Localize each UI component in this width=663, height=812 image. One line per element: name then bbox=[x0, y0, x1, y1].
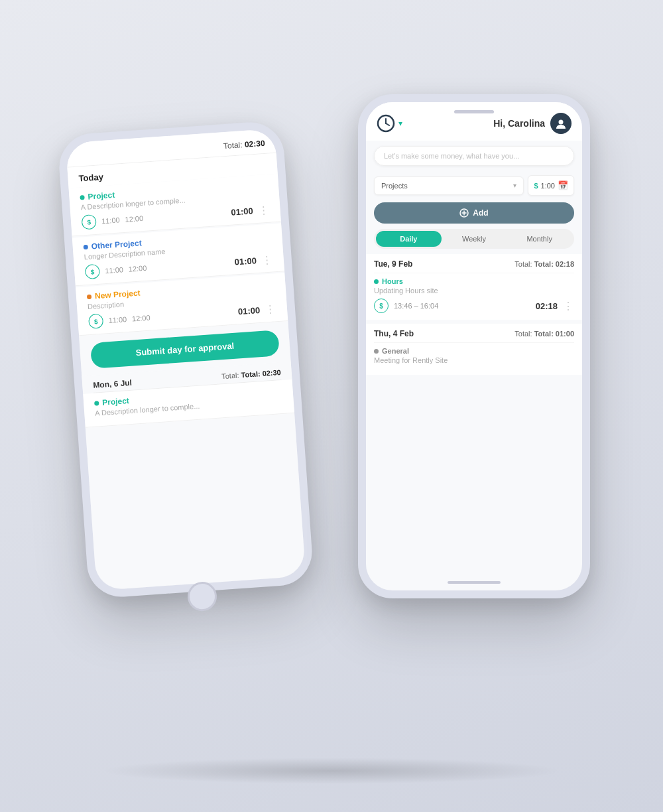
home-button[interactable] bbox=[186, 581, 217, 612]
scene: Total: 02:30 Today Project A Description… bbox=[33, 41, 630, 771]
day-section-header-1: Tue, 9 Feb Total: Total: 02:18 bbox=[374, 259, 574, 269]
search-placeholder: Let's make some money, what have you... bbox=[384, 152, 519, 160]
time-start-3: 11:00 bbox=[108, 315, 127, 324]
projects-label: Projects bbox=[381, 182, 408, 190]
left-total: Total: 02:30 bbox=[223, 139, 265, 151]
time-end-1: 12:00 bbox=[125, 214, 143, 224]
duration-1: 01:00 bbox=[231, 206, 253, 217]
dollar-icon-3: $ bbox=[88, 314, 103, 329]
clock-icon bbox=[377, 114, 395, 133]
day-date-2: Thu, 4 Feb bbox=[374, 329, 414, 338]
right-phone: ▾ Hi, Carolina Let's make some money, wh… bbox=[358, 94, 590, 598]
add-button[interactable]: Add bbox=[374, 202, 574, 224]
right-dot-green-1 bbox=[374, 279, 379, 284]
more-menu-1[interactable]: ⋮ bbox=[258, 203, 270, 216]
right-project-2: General bbox=[382, 347, 409, 355]
dollar-icon-2: $ bbox=[85, 264, 100, 279]
right-header: ▾ Hi, Carolina bbox=[366, 102, 582, 141]
dot-orange-3 bbox=[87, 294, 91, 299]
right-more-1[interactable]: ⋮ bbox=[563, 300, 574, 312]
project-name-4: Project bbox=[102, 396, 130, 407]
right-duration-1: 02:18 bbox=[536, 301, 558, 311]
right-desc-1: Updating Hours site bbox=[374, 287, 574, 295]
time-start-1: 11:00 bbox=[101, 216, 120, 225]
dot-green-4 bbox=[94, 401, 99, 405]
right-screen: ▾ Hi, Carolina Let's make some money, wh… bbox=[366, 102, 582, 590]
time-start-2: 11:00 bbox=[105, 265, 123, 275]
duration-3: 01:00 bbox=[237, 305, 260, 316]
amount-value: 1:00 bbox=[541, 182, 555, 190]
right-time-range-1: 13:46 – 16:04 bbox=[394, 302, 530, 310]
second-day-label: Mon, 6 Jul bbox=[93, 378, 133, 390]
floor-shadow bbox=[99, 758, 564, 784]
dropdown-chevron[interactable]: ▾ bbox=[398, 119, 402, 128]
phone-speaker bbox=[454, 110, 494, 113]
time-range-1: 11:00 12:00 bbox=[101, 208, 226, 225]
dollar-icon-1: $ bbox=[81, 214, 96, 230]
project-name-1: Project bbox=[88, 190, 115, 202]
right-time-span-1: 13:46 – 16:04 bbox=[394, 302, 438, 310]
add-entry-row: Projects ▾ $ 1:00 📅 bbox=[366, 171, 582, 200]
day-total-1: Total: Total: 02:18 bbox=[514, 260, 574, 268]
left-screen: Total: 02:30 Today Project A Description… bbox=[66, 129, 306, 590]
left-phone: Total: 02:30 Today Project A Description… bbox=[57, 120, 314, 599]
svg-line-2 bbox=[386, 123, 389, 125]
right-entry-name-2: General bbox=[374, 347, 574, 355]
right-times-1: $ 13:46 – 16:04 02:18 ⋮ bbox=[374, 299, 574, 313]
clock-logo-wrap: ▾ bbox=[377, 114, 402, 133]
greeting-wrap: Hi, Carolina bbox=[493, 113, 572, 134]
right-dollar-1: $ bbox=[374, 299, 389, 313]
right-dot-gray-2 bbox=[374, 349, 379, 354]
second-day-total-value: Total: 02:30 bbox=[241, 368, 281, 379]
time-range-2: 11:00 12:00 bbox=[105, 258, 229, 275]
right-entry-2: General Meeting for Rently Site bbox=[374, 342, 574, 372]
total-value: 02:30 bbox=[244, 139, 265, 149]
clock-add-icon bbox=[459, 208, 469, 218]
tab-weekly[interactable]: Weekly bbox=[442, 231, 507, 247]
day-section-1: Tue, 9 Feb Total: Total: 02:18 Hours Upd… bbox=[366, 254, 582, 320]
dot-green-1 bbox=[80, 195, 84, 200]
day-section-2: Thu, 4 Feb Total: Total: 01:00 General M… bbox=[366, 324, 582, 375]
time-end-2: 12:00 bbox=[128, 264, 147, 273]
search-bar[interactable]: Let's make some money, what have you... bbox=[374, 146, 574, 166]
svg-point-3 bbox=[559, 120, 564, 125]
more-menu-2[interactable]: ⋮ bbox=[261, 253, 273, 266]
right-desc-2: Meeting for Rently Site bbox=[374, 356, 574, 364]
tab-daily[interactable]: Daily bbox=[376, 231, 442, 247]
more-menu-3[interactable]: ⋮ bbox=[265, 303, 276, 316]
avatar[interactable] bbox=[550, 113, 572, 134]
greeting-text: Hi, Carolina bbox=[493, 118, 545, 129]
avatar-icon bbox=[555, 117, 567, 129]
day-section-header-2: Thu, 4 Feb Total: Total: 01:00 bbox=[374, 329, 574, 338]
submit-day-button[interactable]: Submit day for approval bbox=[90, 330, 280, 369]
amount-field[interactable]: $ 1:00 📅 bbox=[528, 175, 574, 196]
bottom-bar bbox=[448, 581, 501, 584]
dot-blue-2 bbox=[84, 244, 88, 249]
select-chevron: ▾ bbox=[513, 182, 516, 189]
time-range-3: 11:00 12:00 bbox=[108, 308, 233, 324]
add-btn-label: Add bbox=[473, 208, 488, 218]
calendar-icon[interactable]: 📅 bbox=[558, 180, 568, 190]
day-date-1: Tue, 9 Feb bbox=[374, 259, 412, 269]
right-entry-name-1: Hours bbox=[374, 277, 574, 285]
project-select[interactable]: Projects ▾ bbox=[374, 176, 524, 195]
tab-group: Daily Weekly Monthly bbox=[374, 229, 574, 249]
tab-monthly[interactable]: Monthly bbox=[507, 231, 572, 247]
right-entry-1: Hours Updating Hours site $ 13:46 – 16:0… bbox=[374, 273, 574, 317]
total-label: Total: bbox=[223, 140, 243, 151]
right-project-1: Hours bbox=[382, 277, 403, 285]
second-day-total: Total: Total: 02:30 bbox=[221, 368, 281, 380]
day-total-2: Total: Total: 01:00 bbox=[514, 330, 574, 338]
time-end-3: 12:00 bbox=[132, 314, 151, 323]
dollar-sign: $ bbox=[534, 182, 538, 190]
duration-2: 01:00 bbox=[234, 255, 257, 267]
